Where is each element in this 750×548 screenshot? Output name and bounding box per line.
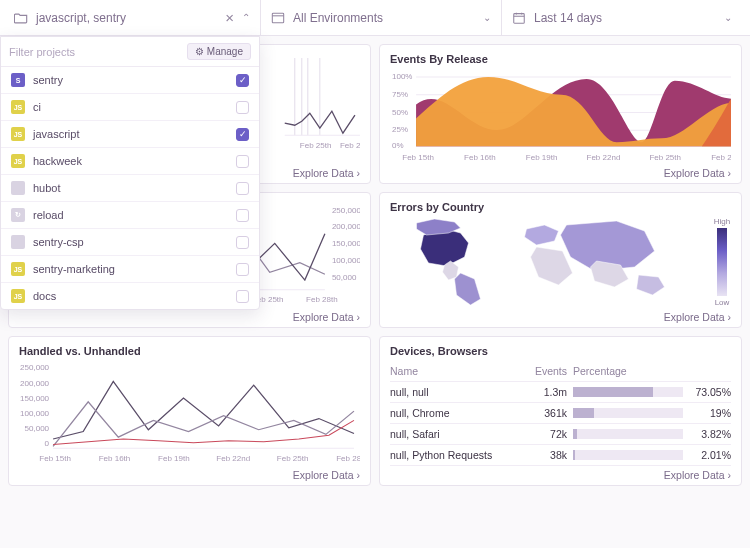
project-badge-icon: [11, 235, 25, 249]
time-selector[interactable]: Last 14 days ⌄: [501, 0, 742, 35]
table-row[interactable]: null, Python Requests38k2.01%: [390, 445, 731, 466]
svg-text:150,000: 150,000: [20, 394, 49, 403]
map-legend: High Low: [713, 217, 731, 307]
svg-text:150,000: 150,000: [332, 239, 360, 248]
project-item[interactable]: JSci: [1, 94, 259, 121]
area-chart: 100%75%50%25%0% Feb 15thFeb 16thFeb 19th…: [390, 69, 731, 163]
project-item[interactable]: Ssentry: [1, 67, 259, 94]
svg-text:100,000: 100,000: [332, 256, 360, 265]
time-label: Last 14 days: [534, 11, 716, 25]
explore-link[interactable]: Explore Data›: [664, 311, 731, 323]
project-name: hackweek: [33, 155, 228, 167]
project-badge-icon: ↻: [11, 208, 25, 222]
chevron-right-icon: ›: [357, 311, 361, 323]
project-label: javascript, sentry: [36, 11, 217, 25]
project-badge-icon: [11, 181, 25, 195]
svg-text:200,000: 200,000: [20, 379, 49, 388]
clear-icon[interactable]: ×: [225, 10, 234, 25]
card-handled-unhandled: Handled vs. Unhandled 250,000200,000150,…: [8, 336, 371, 486]
project-selector[interactable]: javascript, sentry × ⌃: [8, 0, 260, 35]
explore-link[interactable]: Explore Data›: [293, 311, 360, 323]
checkbox[interactable]: [236, 128, 249, 141]
project-name: docs: [33, 290, 228, 302]
dropdown-header: Filter projects ⚙Manage: [1, 37, 259, 67]
checkbox[interactable]: [236, 209, 249, 222]
checkbox[interactable]: [236, 182, 249, 195]
explore-link[interactable]: Explore Data›: [293, 469, 360, 481]
chevron-right-icon: ›: [357, 469, 361, 481]
gear-icon: ⚙: [195, 46, 204, 57]
project-item[interactable]: JShackweek: [1, 148, 259, 175]
project-item[interactable]: sentry-csp: [1, 229, 259, 256]
project-name: reload: [33, 209, 228, 221]
checkbox[interactable]: [236, 236, 249, 249]
svg-text:50,000: 50,000: [332, 273, 357, 282]
chevron-right-icon: ›: [728, 469, 732, 481]
card-title: Events By Release: [390, 53, 731, 65]
svg-text:Feb 25th: Feb 25th: [277, 455, 309, 464]
card-devices-browsers: Devices, Browsers Name Events Percentage…: [379, 336, 742, 486]
svg-text:Feb 28th: Feb 28th: [336, 455, 360, 464]
project-item[interactable]: hubot: [1, 175, 259, 202]
svg-text:250,000: 250,000: [332, 206, 360, 215]
svg-text:Feb 25th: Feb 25th: [649, 153, 681, 162]
svg-text:50%: 50%: [392, 108, 408, 117]
svg-text:Feb 16th: Feb 16th: [464, 153, 496, 162]
filter-projects-input[interactable]: Filter projects: [9, 46, 187, 58]
explore-link[interactable]: Explore Data›: [664, 167, 731, 179]
manage-button[interactable]: ⚙Manage: [187, 43, 251, 60]
environment-label: All Environments: [293, 11, 475, 25]
line-chart: 250,000200,000150,000100,00050,0000 Feb …: [19, 361, 360, 465]
svg-text:Feb 19th: Feb 19th: [158, 455, 190, 464]
svg-text:100%: 100%: [392, 72, 412, 81]
table-row[interactable]: null, null1.3m73.05%: [390, 382, 731, 403]
project-item[interactable]: ↻reload: [1, 202, 259, 229]
project-badge-icon: S: [11, 73, 25, 87]
explore-link[interactable]: Explore Data›: [664, 469, 731, 481]
card-title: Handled vs. Unhandled: [19, 345, 360, 357]
project-name: sentry-csp: [33, 236, 228, 248]
checkbox[interactable]: [236, 263, 249, 276]
environment-selector[interactable]: All Environments ⌄: [260, 0, 501, 35]
project-badge-icon: JS: [11, 289, 25, 303]
project-name: ci: [33, 101, 228, 113]
svg-text:Feb 28th: Feb 28th: [306, 295, 338, 304]
project-item[interactable]: JSdocs: [1, 283, 259, 309]
project-item[interactable]: JSjavascript: [1, 121, 259, 148]
chevron-right-icon: ›: [728, 311, 732, 323]
calendar-icon: [512, 11, 526, 25]
table-header: Name Events Percentage: [390, 361, 731, 382]
project-item[interactable]: JSsentry-marketing: [1, 256, 259, 283]
svg-text:Feb 28th: Feb 28th: [711, 153, 731, 162]
svg-text:25%: 25%: [392, 125, 408, 134]
card-errors-by-country: Errors by Country High Low: [379, 192, 742, 328]
project-name: hubot: [33, 182, 228, 194]
checkbox[interactable]: [236, 101, 249, 114]
checkbox[interactable]: [236, 290, 249, 303]
svg-text:0: 0: [45, 440, 49, 449]
project-badge-icon: JS: [11, 262, 25, 276]
checkbox[interactable]: [236, 155, 249, 168]
folder-icon: [14, 11, 28, 25]
legend-gradient: [717, 228, 727, 296]
svg-text:250,000: 250,000: [20, 364, 49, 373]
table-row[interactable]: null, Chrome361k19%: [390, 403, 731, 424]
checkbox[interactable]: [236, 74, 249, 87]
svg-text:Feb 15th: Feb 15th: [402, 153, 434, 162]
svg-text:Feb 22nd: Feb 22nd: [216, 455, 250, 464]
svg-text:100,000: 100,000: [20, 409, 49, 418]
explore-link[interactable]: Explore Data›: [293, 167, 360, 179]
card-title: Devices, Browsers: [390, 345, 731, 357]
svg-text:75%: 75%: [392, 90, 408, 99]
topbar: javascript, sentry × ⌃ All Environments …: [0, 0, 750, 36]
svg-text:Feb 16th: Feb 16th: [99, 455, 131, 464]
svg-text:Feb 22nd: Feb 22nd: [587, 153, 621, 162]
card-title: Errors by Country: [390, 201, 731, 213]
table-row[interactable]: null, Safari72k3.82%: [390, 424, 731, 445]
svg-text:200,000: 200,000: [332, 223, 360, 232]
window-icon: [271, 11, 285, 25]
svg-rect-2: [514, 13, 525, 23]
project-name: javascript: [33, 128, 228, 140]
svg-rect-0: [272, 13, 283, 23]
devices-table: Name Events Percentage null, null1.3m73.…: [390, 361, 731, 465]
